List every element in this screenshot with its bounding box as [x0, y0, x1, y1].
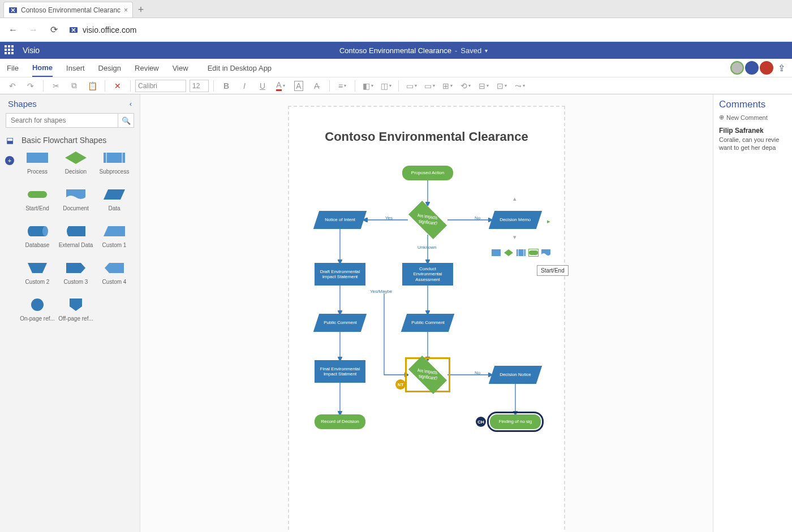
cut-button[interactable]: ✂ [48, 79, 64, 93]
close-icon[interactable]: × [124, 6, 128, 14]
app-launcher-icon[interactable] [5, 45, 15, 55]
delete-button[interactable]: ✕ [110, 79, 126, 93]
shape-terminator[interactable]: Start/End [19, 187, 55, 211]
node-final-eis[interactable]: Final Environmental Impact Statment [315, 360, 365, 383]
shape-search-input[interactable] [6, 113, 118, 128]
shape-custom2[interactable]: Custom 2 [19, 261, 55, 285]
shape-decision[interactable]: Decision [58, 150, 94, 175]
browser-tab-bar: Contoso Environmental Clearanc × + [0, 0, 792, 18]
share-icon[interactable]: ⇪ [778, 63, 785, 73]
autoconnect-down-icon[interactable]: ▾ [513, 233, 516, 241]
svg-marker-17 [70, 299, 82, 311]
shape-subprocess[interactable]: Subprocess [96, 150, 132, 175]
node-public-comment-1[interactable]: Public Comment [313, 314, 367, 332]
comments-panel: Comments ⊕ New Comment Filip Safranek Co… [713, 94, 792, 532]
comment-item[interactable]: Filip Safranek Coralie, can you revie wa… [719, 127, 786, 152]
undo-button[interactable]: ↶ [5, 79, 20, 93]
bold-button[interactable]: B [218, 79, 234, 93]
redo-button[interactable]: ↷ [23, 79, 38, 93]
bring-forward-button[interactable]: ▭▾ [403, 79, 419, 93]
node-draft-eis[interactable]: Draft Environmental Impact Statement [315, 263, 365, 286]
node-record-of-decision[interactable]: Record of Decision [315, 414, 365, 429]
chevron-down-icon[interactable]: ▾ [485, 47, 488, 54]
node-decision-notice[interactable]: Decision Notice [489, 366, 542, 384]
browser-tab-active[interactable]: Contoso Environmental Clearanc × [3, 2, 133, 18]
svg-rect-30 [492, 249, 501, 256]
align-button[interactable]: ≡▾ [334, 79, 350, 93]
collapse-panel-button[interactable]: ‹ [130, 100, 132, 108]
svg-rect-32 [516, 249, 526, 256]
avatar[interactable] [745, 61, 759, 75]
add-stencil-button[interactable]: + [5, 156, 14, 165]
node-impacts-significant-1[interactable]: Are impacts significant? [408, 205, 447, 235]
node-proposed-action[interactable]: Proposed Action [402, 166, 453, 180]
edit-desktop-button[interactable]: Edit in Desktop App [208, 59, 272, 77]
avatar[interactable] [760, 61, 773, 75]
position-button[interactable]: ⊡▾ [494, 79, 510, 93]
svg-rect-7 [28, 191, 47, 198]
svg-marker-15 [105, 263, 124, 273]
tab-insert[interactable]: Insert [66, 59, 85, 77]
node-public-comment-2[interactable]: Public Comment [401, 314, 454, 332]
quick-shapes-bar[interactable] [492, 249, 550, 256]
stencil-icon[interactable]: ⬓ [6, 136, 14, 145]
node-finding-no-sig[interactable]: Finding of no sig [490, 414, 541, 429]
svg-marker-13 [28, 263, 47, 273]
font-name-select[interactable] [135, 80, 186, 92]
shape-custom3[interactable]: Custom 3 [58, 261, 94, 285]
node-notice-of-intent[interactable]: Notice of Intent [313, 211, 367, 229]
node-decision-memo[interactable]: Decision Memo [489, 211, 542, 229]
rotate-button[interactable]: ⟲▾ [458, 79, 474, 93]
node-impacts-significant-2[interactable]: Are impacts significant? [408, 360, 447, 390]
send-backward-button[interactable]: ▭▾ [421, 79, 437, 93]
shape-onpage-ref[interactable]: On-page ref... [19, 297, 55, 322]
document-title[interactable]: Contoso Environmental Clearance [339, 46, 451, 55]
autoconnect-up-icon[interactable]: ▴ [513, 195, 516, 202]
font-color-button[interactable]: A▾ [273, 79, 289, 93]
copy-button[interactable]: ⧉ [66, 79, 82, 93]
new-comment-button[interactable]: ⊕ New Comment [719, 114, 786, 121]
save-status: Saved [460, 46, 481, 55]
connector-button[interactable]: ⤳▾ [512, 79, 528, 93]
italic-button[interactable]: I [236, 79, 252, 93]
connector-label-no: No [475, 215, 480, 220]
shape-fill-button[interactable]: ◧▾ [360, 79, 376, 93]
shape-data[interactable]: Data [96, 187, 132, 211]
connector-label-unknown: Unknown [417, 245, 436, 250]
search-icon[interactable]: 🔍 [118, 113, 134, 128]
ribbon-tab-row: File Home Insert Design Review View Edit… [0, 59, 792, 77]
shape-custom4[interactable]: Custom 4 [96, 261, 132, 285]
visio-icon [69, 25, 78, 34]
tab-file[interactable]: File [7, 59, 19, 77]
address-bar[interactable]: visio.office.com [69, 25, 784, 34]
shape-external-data[interactable]: External Data [58, 224, 94, 248]
autoconnect-right-icon[interactable]: ▸ [547, 218, 550, 225]
new-tab-button[interactable]: + [133, 2, 149, 18]
shape-outline-button[interactable]: ◫▾ [378, 79, 394, 93]
canvas-area[interactable]: Contoso Environmental Clearance [140, 94, 713, 532]
clear-format-button[interactable]: A̶ [309, 79, 325, 93]
group-button[interactable]: ⊞▾ [440, 79, 455, 93]
tab-home[interactable]: Home [32, 59, 53, 77]
node-conduct-ea[interactable]: Conduct Environmental Assessment [402, 263, 453, 286]
shape-process[interactable]: Process [19, 150, 55, 175]
avatar[interactable] [730, 61, 744, 75]
drawing-page[interactable]: Contoso Environmental Clearance [288, 106, 565, 532]
tab-design[interactable]: Design [98, 59, 121, 77]
shapes-panel: Shapes ‹ 🔍 ⬓ + Basic Flowchart Shapes Pr… [0, 94, 140, 532]
tab-view[interactable]: View [173, 59, 188, 77]
font-size-select[interactable] [190, 80, 209, 92]
tab-review[interactable]: Review [135, 59, 159, 77]
shape-database[interactable]: Database [19, 224, 55, 248]
svg-marker-12 [104, 226, 125, 236]
highlight-button[interactable]: A [291, 79, 307, 93]
shape-offpage-ref[interactable]: Off-page ref... [58, 297, 94, 322]
svg-point-16 [31, 299, 44, 311]
back-button[interactable]: ← [8, 25, 18, 35]
refresh-button[interactable]: ⟳ [49, 24, 59, 35]
paste-button[interactable]: 📋 [84, 79, 100, 93]
align-shapes-button[interactable]: ⊟▾ [476, 79, 492, 93]
shape-document[interactable]: Document [58, 187, 94, 211]
shape-custom1[interactable]: Custom 1 [96, 224, 132, 248]
underline-button[interactable]: U [255, 79, 270, 93]
